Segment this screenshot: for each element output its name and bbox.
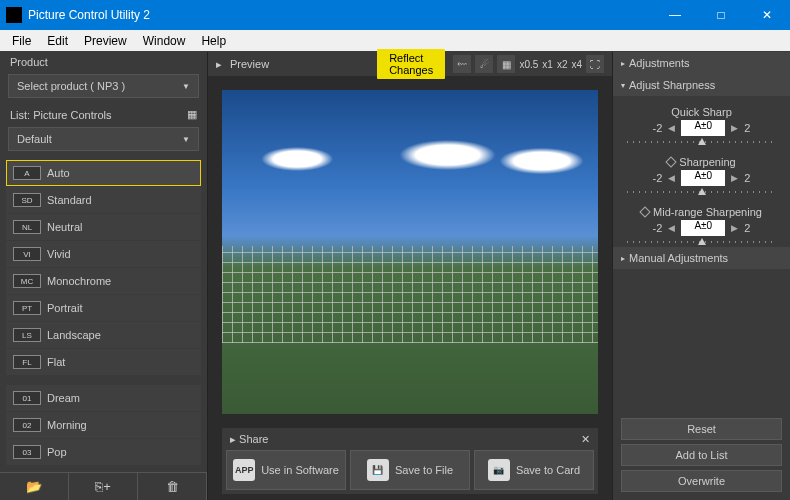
- pc-item-auto[interactable]: AAuto: [6, 160, 201, 186]
- collapse-icon[interactable]: ▸: [230, 433, 236, 445]
- reflect-changes-button[interactable]: Reflect Changes: [377, 49, 445, 79]
- pc-item-standard[interactable]: SDStandard: [6, 187, 201, 213]
- arrow-right-icon[interactable]: ▶: [729, 173, 740, 183]
- list-label: List: Picture Controls: [10, 109, 111, 121]
- titlebar: Picture Control Utility 2 ― □ ✕: [0, 0, 790, 30]
- zoom-x05[interactable]: x0.5: [519, 59, 538, 70]
- share-btn-label: Save to File: [395, 464, 453, 476]
- reset-button[interactable]: Reset: [621, 418, 782, 440]
- menu-window[interactable]: Window: [135, 32, 194, 50]
- product-label: Product: [0, 52, 207, 72]
- pc-item-morning[interactable]: 02Morning: [6, 412, 201, 438]
- product-dropdown[interactable]: Select product ( NP3 ) ▼: [8, 74, 199, 98]
- APP-icon: APP: [233, 459, 255, 481]
- pc-code-icon: 03: [13, 445, 41, 459]
- pc-label: Portrait: [47, 302, 82, 314]
- pc-label: Dream: [47, 392, 80, 404]
- list-view-icon[interactable]: ▦: [187, 108, 197, 121]
- right-panel: ▸ Adjustments ▾ Adjust Sharpness Quick S…: [612, 52, 790, 500]
- card-icon: 📷: [488, 459, 510, 481]
- slider-thumb[interactable]: [698, 138, 706, 145]
- param-value[interactable]: A±0: [681, 220, 725, 236]
- pc-code-icon: 02: [13, 418, 41, 432]
- pc-code-icon: 01: [13, 391, 41, 405]
- menu-help[interactable]: Help: [193, 32, 234, 50]
- slider-thumb[interactable]: [698, 188, 706, 195]
- chevron-right-icon: ▸: [621, 59, 625, 68]
- zoom-x2[interactable]: x2: [557, 59, 568, 70]
- preview-header: ▸ Preview Reflect Changes ⬳ ☄ ▦ x0.5 x1 …: [208, 52, 612, 76]
- histogram-icon[interactable]: ⬳: [453, 55, 471, 73]
- close-share-icon[interactable]: ✕: [581, 433, 590, 446]
- param-slider[interactable]: [627, 138, 776, 150]
- preview-tools: ⬳ ☄ ▦ x0.5 x1 x2 x4 ⛶: [453, 55, 604, 73]
- share-btn-label: Use in Software: [261, 464, 339, 476]
- product-value: Select product ( NP3 ): [17, 80, 125, 92]
- manual-label: Manual Adjustments: [629, 252, 728, 264]
- pc-code-icon: NL: [13, 220, 41, 234]
- list-dropdown-value: Default: [17, 133, 52, 145]
- arrow-left-icon[interactable]: ◀: [666, 173, 677, 183]
- adjustments-label: Adjustments: [629, 57, 690, 69]
- delete-button[interactable]: 🗑: [138, 473, 207, 500]
- pc-code-icon: SD: [13, 193, 41, 207]
- center-panel: ▸ Preview Reflect Changes ⬳ ☄ ▦ x0.5 x1 …: [208, 52, 612, 500]
- pc-item-landscape[interactable]: LSLandscape: [6, 322, 201, 348]
- chevron-down-icon: ▾: [621, 81, 625, 90]
- slider-thumb[interactable]: [698, 238, 706, 245]
- pc-item-flat[interactable]: FLFlat: [6, 349, 201, 375]
- menu-file[interactable]: File: [4, 32, 39, 50]
- add-to-list-button[interactable]: Add to List: [621, 444, 782, 466]
- share-save-to-card[interactable]: 📷Save to Card: [474, 450, 594, 490]
- param-quick-sharp: Quick Sharp-2◀A±0▶2: [621, 106, 782, 150]
- pc-item-neutral[interactable]: NLNeutral: [6, 214, 201, 240]
- arrow-right-icon[interactable]: ▶: [729, 123, 740, 133]
- menu-edit[interactable]: Edit: [39, 32, 76, 50]
- pc-item-vivid[interactable]: VIVivid: [6, 241, 201, 267]
- arrow-left-icon[interactable]: ◀: [666, 223, 677, 233]
- import-button[interactable]: 📂: [0, 473, 69, 500]
- pc-label: Standard: [47, 194, 92, 206]
- pc-item-monochrome[interactable]: MCMonochrome: [6, 268, 201, 294]
- pc-label: Pop: [47, 446, 67, 458]
- zoom-x4[interactable]: x4: [571, 59, 582, 70]
- pc-code-icon: LS: [13, 328, 41, 342]
- maximize-button[interactable]: □: [698, 0, 744, 30]
- share-save-to-file[interactable]: 💾Save to File: [350, 450, 470, 490]
- share-label: Share: [239, 433, 268, 445]
- chevron-right-icon: ▸: [621, 254, 625, 263]
- pc-code-icon: FL: [13, 355, 41, 369]
- list-dropdown[interactable]: Default ▼: [8, 127, 199, 151]
- chevron-down-icon: ▼: [182, 135, 190, 144]
- param-slider[interactable]: [627, 238, 776, 247]
- minimize-button[interactable]: ―: [652, 0, 698, 30]
- param-value[interactable]: A±0: [681, 170, 725, 186]
- pc-item-pop[interactable]: 03Pop: [6, 439, 201, 465]
- expand-icon[interactable]: ⛶: [586, 55, 604, 73]
- share-use-in-software[interactable]: APPUse in Software: [226, 450, 346, 490]
- chevron-down-icon: ▼: [182, 82, 190, 91]
- new-button[interactable]: ⎘+: [69, 473, 138, 500]
- arrow-right-icon[interactable]: ▶: [729, 223, 740, 233]
- param-slider[interactable]: [627, 188, 776, 200]
- preview-image[interactable]: [222, 90, 598, 414]
- share-panel: ▸ Share ✕ APPUse in Software💾Save to Fil…: [222, 428, 598, 494]
- adjust-sharpness-header[interactable]: ▾ Adjust Sharpness: [613, 74, 790, 96]
- collapse-icon[interactable]: ▸: [216, 58, 222, 71]
- param-value[interactable]: A±0: [681, 120, 725, 136]
- compare-icon[interactable]: ☄: [475, 55, 493, 73]
- overwrite-button[interactable]: Overwrite: [621, 470, 782, 492]
- pc-code-icon: PT: [13, 301, 41, 315]
- manual-adjustments-header[interactable]: ▸ Manual Adjustments: [613, 247, 790, 269]
- pc-item-portrait[interactable]: PTPortrait: [6, 295, 201, 321]
- close-button[interactable]: ✕: [744, 0, 790, 30]
- arrow-left-icon[interactable]: ◀: [666, 123, 677, 133]
- menu-preview[interactable]: Preview: [76, 32, 135, 50]
- zoom-x1[interactable]: x1: [542, 59, 553, 70]
- grid-icon[interactable]: ▦: [497, 55, 515, 73]
- left-panel: Product Select product ( NP3 ) ▼ List: P…: [0, 52, 208, 500]
- preview-fence: [222, 246, 598, 343]
- pc-item-dream[interactable]: 01Dream: [6, 385, 201, 411]
- adjustments-header[interactable]: ▸ Adjustments: [613, 52, 790, 74]
- diamond-icon: [639, 206, 650, 217]
